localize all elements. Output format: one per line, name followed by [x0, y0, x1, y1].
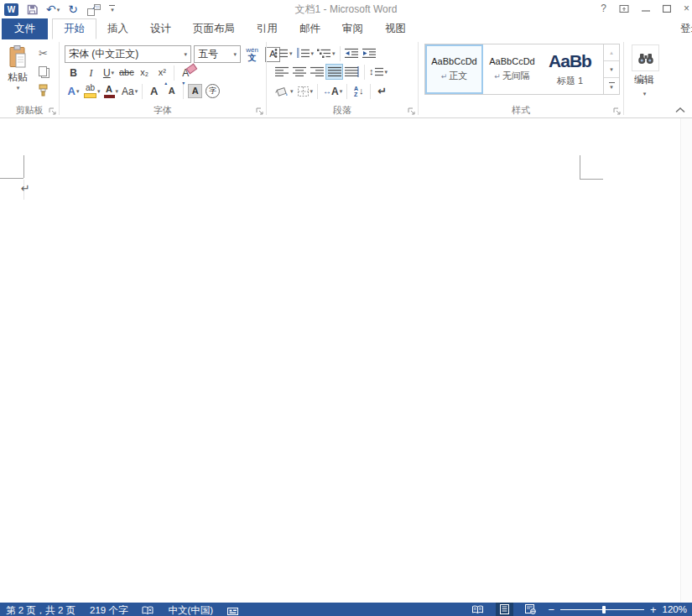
change-case-button[interactable]: Aa ▾ [120, 83, 139, 99]
styles-more-button[interactable]: ▾ [604, 78, 619, 94]
text-effects-dropdown-arrow[interactable]: ▾ [76, 88, 80, 94]
tab-review[interactable]: 审阅 [331, 18, 374, 39]
macro-record-button[interactable] [227, 607, 238, 615]
asian-layout-button[interactable]: ↔ A ▾ [320, 83, 344, 99]
chevron-down-icon[interactable]: ▾ [180, 51, 187, 57]
editing-dropdown-arrow[interactable]: ▾ [624, 86, 664, 98]
zoom-out-button[interactable]: − [548, 604, 554, 615]
text-effects-button[interactable]: A ▾ [65, 83, 82, 99]
tab-home[interactable]: 开始 [52, 18, 96, 39]
borders-dropdown-arrow[interactable]: ▾ [310, 88, 314, 94]
asian-layout-dropdown-arrow[interactable]: ▾ [340, 88, 343, 94]
styles-dialog-launcher[interactable] [613, 107, 621, 115]
zoom-slider-thumb[interactable] [602, 606, 606, 613]
font-size-combo[interactable]: 五号 ▾ [194, 45, 241, 63]
word-count-indicator[interactable]: 219 个字 [90, 604, 127, 616]
phonetic-guide-button[interactable]: wén 文 [243, 46, 261, 62]
help-button[interactable]: ? [601, 3, 606, 13]
style-heading-1[interactable]: AaBb 标题 1 [541, 44, 599, 94]
collapse-ribbon-button[interactable] [675, 107, 685, 113]
font-dialog-launcher[interactable] [256, 107, 263, 115]
bold-button[interactable]: B [65, 65, 82, 81]
font-color-button[interactable]: A ▾ [102, 83, 121, 99]
vertical-scrollbar[interactable] [680, 118, 692, 603]
show-hide-marks-button[interactable]: ↵ [373, 83, 391, 99]
clipboard-dialog-launcher[interactable] [49, 107, 56, 115]
web-layout-icon [525, 604, 536, 614]
ribbon-display-options-button[interactable] [619, 4, 629, 13]
subscript-button[interactable]: x₂ [136, 65, 153, 81]
zoom-in-button[interactable]: + [650, 604, 657, 615]
change-case-dropdown-arrow[interactable]: ▾ [135, 88, 138, 94]
cut-button[interactable]: ✂ [34, 45, 52, 61]
highlight-dropdown-arrow[interactable]: ▾ [97, 88, 101, 94]
underline-button[interactable]: U ▾ [100, 65, 117, 81]
format-painter-button[interactable] [34, 82, 52, 98]
underline-dropdown-arrow[interactable]: ▾ [112, 70, 115, 76]
style-normal[interactable]: AaBbCcDd ↵ 正文 [425, 44, 483, 94]
zoom-slider[interactable] [560, 605, 644, 614]
numbering-button[interactable]: ▾ [294, 45, 316, 61]
decrease-indent-button[interactable] [343, 45, 361, 61]
page-number-indicator[interactable]: 第 2 页，共 2 页 [6, 604, 75, 616]
text-highlight-button[interactable]: ab ▾ [82, 83, 102, 99]
language-indicator[interactable]: 中文(中国) [168, 604, 213, 616]
paste-dropdown-arrow[interactable]: ▾ [17, 85, 20, 91]
document-canvas[interactable]: ↵ [0, 118, 692, 603]
minimize-button[interactable] [642, 4, 650, 13]
italic-button[interactable]: I [82, 65, 100, 81]
style-no-spacing[interactable]: AaBbCcDd ↵ 无间隔 [483, 44, 541, 94]
bullets-dropdown-arrow[interactable]: ▾ [289, 50, 293, 56]
maximize-button[interactable] [663, 4, 671, 13]
proofing-status-button[interactable] [142, 606, 153, 615]
bullets-button[interactable]: ▾ [273, 45, 294, 61]
paste-button[interactable]: 粘贴 ▾ [4, 45, 31, 91]
clear-formatting-button[interactable]: A [177, 65, 195, 81]
strikethrough-button[interactable]: abc [117, 65, 136, 81]
shading-button[interactable]: ▾ [273, 83, 295, 99]
web-layout-button[interactable] [521, 603, 540, 616]
font-color-dropdown-arrow[interactable]: ▾ [116, 88, 119, 94]
enclose-characters-button[interactable]: 字 [204, 83, 221, 99]
tab-file[interactable]: 文件 [2, 18, 48, 39]
crop-mark-top-left-vertical [23, 155, 24, 178]
styles-scroll-down-button[interactable]: ▾ [604, 61, 619, 78]
zoom-level-indicator[interactable]: 120% [663, 604, 687, 614]
print-layout-button[interactable] [496, 603, 513, 616]
shading-dropdown-arrow[interactable]: ▾ [290, 88, 294, 94]
find-button[interactable] [632, 44, 659, 71]
increase-indent-button[interactable] [361, 45, 378, 61]
align-center-button[interactable] [290, 64, 308, 80]
close-button[interactable]: × [684, 3, 689, 13]
line-spacing-button[interactable]: ↕ ▾ [367, 64, 389, 80]
font-name-combo[interactable]: 宋体 (中文正文) ▾ [65, 45, 191, 63]
align-left-button[interactable] [273, 64, 290, 80]
tab-view[interactable]: 视图 [374, 18, 417, 39]
justify-button[interactable] [325, 64, 343, 80]
leftright-arrow-icon: ↔ [323, 87, 331, 96]
paragraph-dialog-launcher[interactable] [408, 107, 415, 115]
sign-in-link[interactable]: 登录 [680, 18, 692, 39]
grow-font-button[interactable]: A ▴ [145, 83, 163, 99]
tab-mailings[interactable]: 邮件 [289, 18, 331, 39]
multilevel-list-button[interactable]: ▾ [315, 45, 337, 61]
distribute-button[interactable] [343, 64, 362, 80]
character-shading-button[interactable]: A [186, 83, 204, 99]
shrink-font-button[interactable]: A ▾ [163, 83, 180, 99]
tab-insert[interactable]: 插入 [96, 18, 139, 39]
multilevel-dropdown-arrow[interactable]: ▾ [332, 50, 336, 56]
tab-design[interactable]: 设计 [139, 18, 182, 39]
copy-button[interactable] [34, 64, 52, 80]
read-mode-button[interactable] [467, 603, 488, 616]
borders-button[interactable]: ▾ [295, 83, 315, 99]
styles-scroll-up-button[interactable]: ▴ [604, 44, 619, 61]
sort-button[interactable]: A Z ↓ [350, 83, 367, 99]
line-spacing-dropdown-arrow[interactable]: ▾ [385, 69, 388, 75]
font-group: 宋体 (中文正文) ▾ 五号 ▾ wén 文 A B I [60, 39, 266, 117]
tab-references[interactable]: 引用 [246, 18, 289, 39]
superscript-button[interactable]: x² [153, 65, 171, 81]
chevron-down-icon[interactable]: ▾ [230, 51, 237, 57]
numbering-dropdown-arrow[interactable]: ▾ [311, 50, 315, 56]
align-right-button[interactable] [308, 64, 325, 80]
tab-page-layout[interactable]: 页面布局 [182, 18, 246, 39]
